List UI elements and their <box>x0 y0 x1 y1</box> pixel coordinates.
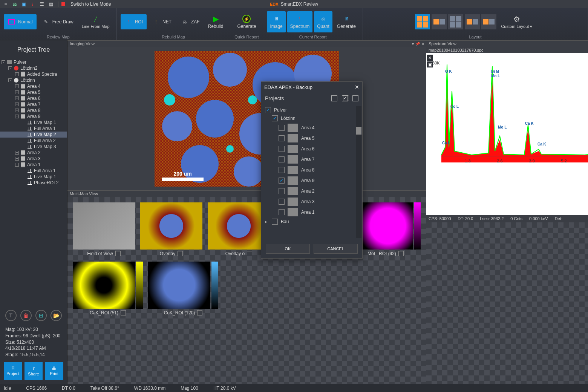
dialog-toolbar-check-icon[interactable]: ✓ <box>342 95 348 101</box>
project-checkbox[interactable] <box>279 156 285 162</box>
multimap-thumbnail[interactable] <box>73 202 135 250</box>
scrollbar-track[interactable] <box>356 106 361 238</box>
dialog-project-item[interactable]: Area 5 <box>279 133 358 144</box>
line-from-map-button[interactable]: ╱Line From Map <box>79 11 113 32</box>
tree-expander-icon[interactable]: - <box>15 163 19 167</box>
project-checkbox[interactable] <box>279 178 285 184</box>
spectrum-chart[interactable]: 630K 1.32.63.95.26.5 O K Co L Ca L Bi MM… <box>426 53 588 215</box>
layout-tile-1[interactable] <box>415 14 430 29</box>
project-checkbox[interactable] <box>279 146 285 152</box>
camera-icon[interactable]: ▣ <box>20 1 27 8</box>
dialog-project-item[interactable]: Area 9 <box>279 175 358 186</box>
multimap-thumbnail[interactable] <box>140 202 202 250</box>
layout-tile-2[interactable] <box>432 14 447 29</box>
layout-tile-5[interactable] <box>481 14 496 29</box>
roi-button[interactable]: ⫶ROI <box>121 14 147 29</box>
project-checkbox[interactable] <box>279 125 285 131</box>
tree-expander-icon[interactable]: + <box>15 109 19 112</box>
tree-node[interactable]: -Lötzinn2 <box>0 65 67 71</box>
dialog-titlebar[interactable]: EDAX APEX - Backup ✕ <box>261 82 362 92</box>
image-button[interactable]: 🖹Image <box>267 11 285 32</box>
multimap-checkbox[interactable] <box>197 310 202 315</box>
panel-close-icon[interactable]: ✕ <box>421 42 424 46</box>
multimap-checkbox[interactable] <box>178 251 183 256</box>
layout-tile-4[interactable] <box>465 14 480 29</box>
tree-node[interactable]: -Live Map 1 <box>0 119 67 126</box>
project-checkbox[interactable] <box>272 115 278 121</box>
dialog-toolbar-copy-icon[interactable] <box>331 95 337 101</box>
dialog-project-item[interactable]: Area 1 <box>279 207 358 217</box>
tree-node[interactable]: -Full Area 1 <box>0 168 67 174</box>
tree-expander-icon[interactable]: + <box>15 72 19 76</box>
tree-node[interactable]: +Area 2 <box>0 150 67 156</box>
free-draw-button[interactable]: ✎Free Draw <box>38 14 77 29</box>
tree-expander-icon[interactable]: - <box>8 78 12 82</box>
tree-node[interactable]: -Pulver <box>0 59 67 65</box>
tree-node[interactable]: +Area 4 <box>0 83 67 89</box>
project-tree[interactable]: -Pulver-Lötzinn2+Added Spectra-Lötzinn+A… <box>0 58 67 306</box>
tree-expander-icon[interactable]: - <box>15 115 19 118</box>
text-tool-button[interactable]: T <box>5 310 17 321</box>
tree-node[interactable]: +Area 7 <box>0 101 67 107</box>
project-checkbox[interactable] <box>272 219 278 225</box>
folder-open-button[interactable]: 📂 <box>51 310 62 321</box>
tree-expander-icon[interactable]: + <box>15 90 19 94</box>
multimap-card[interactable]: CoK_ROI (120) <box>148 262 218 315</box>
net-button[interactable]: ⫶NET <box>148 14 175 29</box>
project-checkbox[interactable] <box>279 199 285 205</box>
tree-node[interactable]: -Lötzinn <box>0 77 67 83</box>
tree-expander-icon[interactable]: + <box>15 84 19 88</box>
dialog-project-item[interactable]: Pulver <box>265 106 358 114</box>
project-checkbox[interactable] <box>279 167 285 173</box>
share-button[interactable]: ⇪Share <box>24 362 43 380</box>
dialog-project-item[interactable]: Lötzinn <box>272 114 358 122</box>
scrollbar-thumb[interactable] <box>356 127 361 135</box>
tree-node[interactable]: -Area 9 <box>0 113 67 119</box>
tree-expander-icon[interactable]: + <box>15 103 19 106</box>
zaf-button[interactable]: ⚖ZAF <box>177 14 204 29</box>
switch-live-mode[interactable]: Switch to Live Mode <box>70 2 111 7</box>
multimap-checkbox[interactable] <box>121 310 126 315</box>
project-checkbox[interactable] <box>279 209 285 215</box>
list-icon[interactable]: ☰ <box>38 1 45 8</box>
dialog-project-item[interactable]: Area 4 <box>279 122 358 133</box>
custom-layout-button[interactable]: ⚙Custom Layout ▾ <box>498 11 535 32</box>
tree-node[interactable]: -Full Area 2 <box>0 138 67 144</box>
spectrum-button[interactable]: ⫶Spectrum <box>287 11 312 32</box>
tree-node[interactable]: +Area 5 <box>0 89 67 95</box>
quick-generate-button[interactable]: ⚡Generate <box>234 11 259 32</box>
multimap-card[interactable]: Field of View <box>73 202 135 256</box>
window-icon[interactable]: ▤ <box>47 1 54 8</box>
multimap-thumbnail[interactable] <box>148 262 210 309</box>
tree-node[interactable]: -Area 1 <box>0 162 67 168</box>
imaging-view[interactable]: 200 um <box>67 47 426 190</box>
dialog-project-item[interactable]: Area 8 <box>279 165 358 175</box>
project-checkbox[interactable] <box>279 188 285 194</box>
report-generate-button[interactable]: 🖹Generate <box>334 11 359 32</box>
panel-pin-icon[interactable]: 📌 <box>415 42 420 46</box>
tree-node[interactable]: -Full Area 1 <box>0 126 67 132</box>
multimap-card[interactable]: Overlay <box>140 202 202 256</box>
project-checkbox[interactable] <box>265 107 271 113</box>
panel-dropdown-icon[interactable]: ▾ <box>412 42 414 46</box>
rebuild-button[interactable]: ▶Rebuild <box>205 11 227 32</box>
tree-node[interactable]: +Area 3 <box>0 156 67 162</box>
multimap-checkbox[interactable] <box>398 251 404 256</box>
multimap-checkbox[interactable] <box>115 251 121 256</box>
database-button[interactable]: ⊟ <box>35 310 47 321</box>
tree-expander-icon[interactable]: + <box>15 96 19 100</box>
tree-node[interactable]: +Added Spectra <box>0 71 67 77</box>
tree-node[interactable]: -Live Map 2 <box>0 132 67 138</box>
tree-expander-icon[interactable]: + <box>15 157 19 161</box>
project-checkbox[interactable] <box>279 135 285 141</box>
balance-icon[interactable]: ⚖ <box>11 1 18 8</box>
print-button[interactable]: 🖶Print <box>45 362 63 380</box>
project-button[interactable]: 🗄Project <box>4 362 22 380</box>
tree-node[interactable]: -Live Map 3 <box>0 144 67 150</box>
spectrum-small-icon[interactable]: ⫶ <box>29 1 36 8</box>
dialog-project-item[interactable]: Area 7 <box>279 154 358 165</box>
quant-button[interactable]: ⚖Quant <box>314 11 332 32</box>
tree-node[interactable]: -Live Map 1 <box>0 174 67 180</box>
dialog-close-icon[interactable]: ✕ <box>355 84 359 90</box>
dialog-project-item[interactable]: Area 2 <box>279 186 358 196</box>
